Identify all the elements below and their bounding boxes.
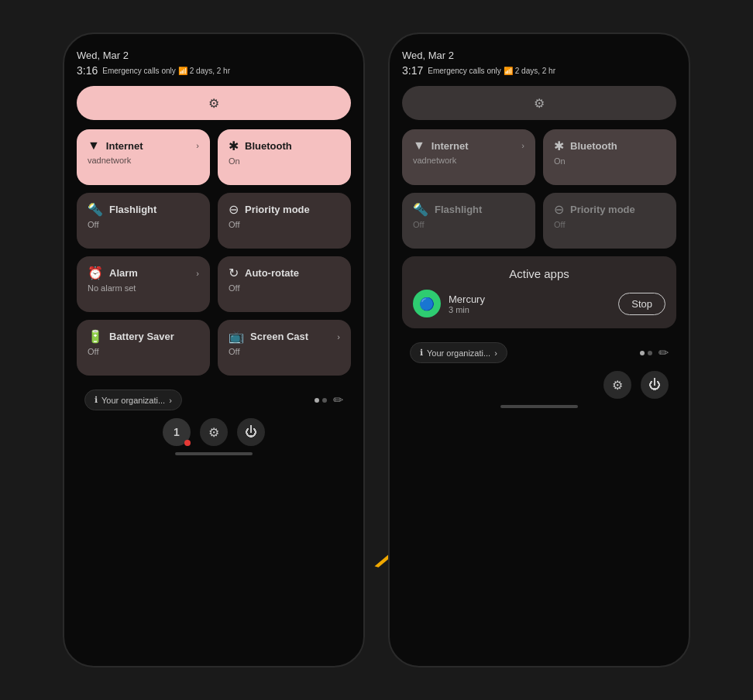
priority-sub-right: Off: [554, 220, 665, 229]
right-signal-icon: 📶: [504, 67, 513, 75]
battery-icon-left: 🔋: [88, 329, 103, 344]
home-indicator-left: [175, 452, 253, 455]
screencast-icon-left: 📺: [229, 329, 244, 344]
alarm-chevron-left: ›: [196, 269, 199, 278]
notification-number: 1: [174, 426, 180, 438]
bluetooth-icon-left: ✱: [229, 139, 239, 153]
autorotate-sub-left: Off: [229, 283, 340, 293]
internet-sub-right: vadnetwork: [413, 156, 524, 165]
right-time: 3:17: [402, 64, 423, 77]
mercury-icon-symbol: 🔵: [419, 297, 435, 311]
screencast-chevron-left: ›: [337, 332, 340, 341]
internet-chevron-right: ›: [521, 141, 524, 150]
page-dots-left: [315, 398, 327, 403]
left-status-text: Emergency calls only: [102, 67, 175, 75]
org-chevron-right: ›: [494, 348, 497, 358]
edit-icon-right[interactable]: ✏: [658, 345, 669, 360]
org-info-icon-left: ℹ: [95, 395, 98, 405]
right-status-icons: Emergency calls only 📶 2 days, 2 hr: [428, 67, 555, 75]
alarm-icon-left: ⏰: [88, 266, 103, 280]
bluetooth-sub-right: On: [554, 156, 665, 166]
bluetooth-label-left: Bluetooth: [245, 140, 292, 152]
mercury-app-time: 3 min: [449, 305, 610, 314]
page-dots-right: [640, 351, 652, 355]
bottom-buttons-right: ⚙ ⏻: [402, 371, 676, 399]
active-apps-title: Active apps: [413, 267, 665, 280]
tile-priority-left[interactable]: ⊖ Priority mode Off: [218, 193, 351, 249]
tile-internet-left[interactable]: ▼ Internet › vadnetwork: [77, 129, 210, 185]
phones-wrapper: Wed, Mar 2 3:16 Emergency calls only 📶 2…: [63, 33, 690, 667]
home-indicator-right: [500, 405, 578, 408]
right-dot-2: [648, 351, 652, 355]
alarm-label-left: Alarm: [109, 267, 138, 279]
settings-icon-left: ⚙: [208, 425, 219, 440]
internet-sub-left: vadnetwork: [88, 156, 199, 165]
org-label-left: Your organizati...: [101, 396, 165, 405]
left-phone: Wed, Mar 2 3:16 Emergency calls only 📶 2…: [63, 33, 365, 667]
tile-internet-right[interactable]: ▼ Internet › vadnetwork: [402, 129, 535, 185]
flashlight-icon-left: 🔦: [88, 202, 103, 217]
power-button-left[interactable]: ⏻: [237, 418, 265, 446]
bluetooth-sub-left: On: [229, 156, 340, 166]
priority-sub-left: Off: [229, 220, 340, 229]
right-battery-text: 2 days, 2 hr: [515, 67, 555, 75]
tile-battery-left[interactable]: 🔋 Battery Saver Off: [77, 320, 210, 376]
tile-autorotate-left[interactable]: ↻ Auto-rotate Off: [218, 256, 351, 312]
notification-dot: [184, 440, 191, 446]
tile-priority-right[interactable]: ⊖ Priority mode Off: [543, 193, 676, 249]
screencast-sub-left: Off: [229, 347, 340, 356]
right-time-line: 3:17 Emergency calls only 📶 2 days, 2 hr: [402, 64, 676, 77]
right-tile-grid: ▼ Internet › vadnetwork ✱ Bluetooth On: [402, 129, 676, 249]
flashlight-label-right: Flashlight: [435, 204, 482, 215]
priority-label-left: Priority mode: [245, 204, 310, 215]
left-time: 3:16: [77, 64, 98, 77]
internet-icon-right: ▼: [413, 139, 425, 153]
right-phone: Wed, Mar 2 3:17 Emergency calls only 📶 2…: [388, 33, 690, 667]
tile-flashlight-left[interactable]: 🔦 Flashlight Off: [77, 193, 210, 249]
active-apps-panel: Active apps 🔵 Mercury 3 min Stop: [402, 256, 676, 328]
signal-icon: 📶: [178, 67, 187, 75]
tile-screencast-left[interactable]: 📺 Screen Cast › Off: [218, 320, 351, 376]
bluetooth-label-right: Bluetooth: [570, 140, 617, 152]
bottom-buttons-left: 1 ⚙ ⏻: [77, 418, 351, 446]
tile-alarm-left[interactable]: ⏰ Alarm › No alarm set: [77, 256, 210, 312]
priority-icon-left: ⊖: [229, 202, 239, 217]
right-date: Wed, Mar 2: [402, 50, 676, 61]
battery-text: 2 days, 2 hr: [190, 67, 230, 75]
power-icon-left: ⏻: [245, 425, 257, 439]
org-button-right[interactable]: ℹ Your organizati... ›: [410, 342, 507, 363]
settings-icon-right: ⚙: [612, 378, 623, 393]
battery-sub-left: Off: [88, 347, 199, 356]
left-brightness-slider[interactable]: ⚙: [77, 86, 351, 120]
tile-bluetooth-left[interactable]: ✱ Bluetooth On: [218, 129, 351, 185]
left-status-bar: Wed, Mar 2 3:16 Emergency calls only 📶 2…: [77, 50, 351, 77]
stop-button[interactable]: Stop: [618, 293, 665, 315]
right-brightness-slider[interactable]: ⚙: [402, 86, 676, 120]
left-bottom-bar: ℹ Your organizati... › ✏: [77, 389, 351, 410]
org-button-left[interactable]: ℹ Your organizati... ›: [84, 389, 182, 410]
edit-icon-left[interactable]: ✏: [333, 393, 343, 407]
autorotate-icon-left: ↻: [229, 266, 239, 280]
right-brightness-icon: ⚙: [534, 96, 545, 111]
internet-chevron-left: ›: [196, 141, 199, 150]
flashlight-label-left: Flashlight: [109, 204, 156, 215]
mercury-app-info: Mercury 3 min: [449, 293, 610, 314]
mercury-icon: 🔵: [413, 290, 441, 317]
settings-button-right[interactable]: ⚙: [603, 371, 631, 399]
left-date: Wed, Mar 2: [77, 50, 351, 61]
battery-label-left: Battery Saver: [109, 331, 174, 342]
org-info-icon-right: ℹ: [420, 348, 423, 358]
alarm-sub-left: No alarm set: [88, 283, 199, 293]
power-button-right[interactable]: ⏻: [641, 371, 669, 399]
notification-badge[interactable]: 1: [163, 418, 191, 446]
internet-icon-left: ▼: [88, 139, 100, 153]
tile-bluetooth-right[interactable]: ✱ Bluetooth On: [543, 129, 676, 185]
org-label-right: Your organizati...: [427, 348, 490, 358]
autorotate-label-left: Auto-rotate: [245, 267, 299, 279]
flashlight-sub-left: Off: [88, 220, 199, 229]
tile-flashlight-right[interactable]: 🔦 Flashlight Off: [402, 193, 535, 249]
dot-1: [315, 398, 319, 403]
left-status-icons: Emergency calls only 📶 2 days, 2 hr: [102, 67, 230, 75]
right-status-bar: Wed, Mar 2 3:17 Emergency calls only 📶 2…: [402, 50, 676, 77]
settings-button-left[interactable]: ⚙: [200, 418, 228, 446]
